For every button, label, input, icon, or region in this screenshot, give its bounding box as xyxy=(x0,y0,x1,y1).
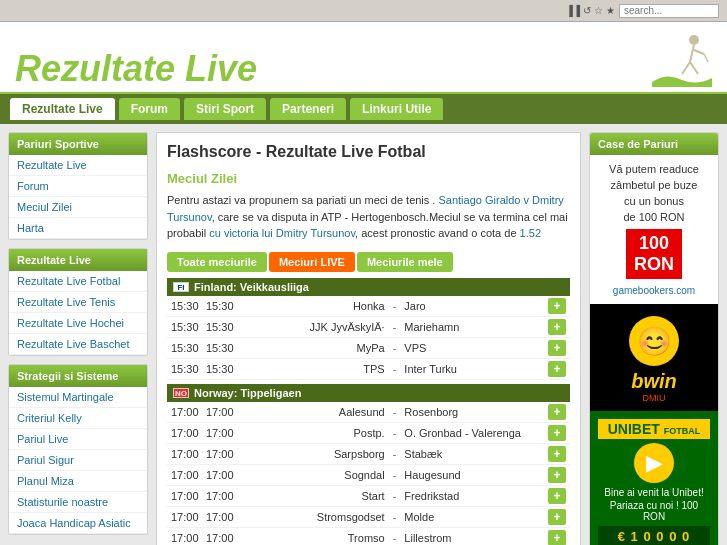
sidebar-section-rezultate-live: Rezultate Live Rezultate Live Fotbal Rez… xyxy=(8,248,148,356)
tab-meciuri-live[interactable]: Meciuri LIVE xyxy=(269,252,355,272)
sidebar-link-tenis[interactable]: Rezultate Live Tenis xyxy=(9,292,147,313)
tab-toate-meciurile[interactable]: Toate meciurile xyxy=(167,252,267,272)
table-row: 17:00 17:00 Tromso - Lillestrom + xyxy=(167,528,570,546)
star-icon[interactable]: ☆ xyxy=(594,5,603,16)
ad-text-3: cu un bonus xyxy=(598,195,710,207)
bwin-sub: DMIU xyxy=(598,393,710,403)
match-away: Fredrikstad xyxy=(404,490,548,502)
sidebar-link-martingale[interactable]: Sistemul Martingale xyxy=(9,387,147,408)
match-home: Postp. xyxy=(241,427,385,439)
match-home: Stromsgodset xyxy=(241,511,385,523)
sidebar-link-rezultate-live[interactable]: Rezultate Live xyxy=(9,155,147,176)
content-box: Flashscore - Rezultate Live Fotbal Meciu… xyxy=(156,132,581,545)
browser-bar: ▐▐ ↺ ☆ ★ xyxy=(0,0,727,22)
match-time: 15:30 xyxy=(171,300,206,312)
ad-unibet[interactable]: UNIBET FOTBAL ▶ Bine ai venit la Unibet!… xyxy=(590,411,718,545)
ad-text-1: Vă putem readuce xyxy=(598,163,710,175)
sidebar-link-fotbal[interactable]: Rezultate Live Fotbal xyxy=(9,271,147,292)
sidebar-link-planul-miza[interactable]: Planul Miza xyxy=(9,471,147,492)
table-row: 17:00 17:00 Sogndal - Haugesund + xyxy=(167,465,570,486)
table-row: 15:30 15:30 Honka - Jaro + xyxy=(167,296,570,317)
nav-item-linkuri-utile[interactable]: Linkuri Utile xyxy=(350,98,443,120)
unibet-smiley-icon: ▶ xyxy=(634,443,674,483)
bookmark-icon[interactable]: ★ xyxy=(606,5,615,16)
match-time2: 15:30 xyxy=(206,300,241,312)
match-time: 15:30 xyxy=(171,321,206,333)
pause-icon[interactable]: ▐▐ xyxy=(566,5,580,16)
match-plus-button[interactable]: + xyxy=(548,361,566,377)
nav-item-forum[interactable]: Forum xyxy=(119,98,180,120)
sidebar-link-forum[interactable]: Forum xyxy=(9,176,147,197)
nav-item-rezultate-live[interactable]: Rezultate Live xyxy=(10,98,115,120)
match-plus-button[interactable]: + xyxy=(548,319,566,335)
match-plus-button[interactable]: + xyxy=(548,446,566,462)
tab-meciurile-mele[interactable]: Meciurile mele xyxy=(357,252,453,272)
table-row: 15:30 15:30 JJK JyvÄskyIÄ· - Mariehamn + xyxy=(167,317,570,338)
match-time2: 17:00 xyxy=(206,490,241,502)
sidebar-link-pariul-live[interactable]: Pariul Live xyxy=(9,429,147,450)
sidebar-link-handicap[interactable]: Joaca Handicap Asiatic xyxy=(9,513,147,534)
bwin-smiley-icon: 😊 xyxy=(629,316,679,366)
sidebar-link-kelly[interactable]: Criteriul Kelly xyxy=(9,408,147,429)
sidebar-link-statisturi[interactable]: Statisturile noastre xyxy=(9,492,147,513)
sidebar-link-meciul-zilei[interactable]: Meciul Zilei xyxy=(9,197,147,218)
table-row: 15:30 15:30 TPS - Inter Turku + xyxy=(167,359,570,380)
sidebar-link-hochei[interactable]: Rezultate Live Hochei xyxy=(9,313,147,334)
browser-icons: ▐▐ ↺ ☆ ★ xyxy=(566,5,615,16)
site-logo: Rezultate Live xyxy=(15,51,257,87)
league-header-finland: FI Finland: Veikkausliiga xyxy=(167,278,570,296)
match-plus-button[interactable]: + xyxy=(548,530,566,546)
svg-line-3 xyxy=(690,62,698,74)
nav-item-parteneri[interactable]: Parteneri xyxy=(270,98,346,120)
player-link-giraldo[interactable]: Santiago Giraldo v Dmitry Tursunov xyxy=(167,194,564,223)
ad-bwin[interactable]: 😊 bwin DMIU xyxy=(590,304,718,411)
meciul-zilei-text: Pentru astazi va propunem sa pariati un … xyxy=(167,192,570,242)
match-teams: Stromsgodset - Molde xyxy=(241,511,548,523)
refresh-icon[interactable]: ↺ xyxy=(583,5,591,16)
sidebar-section-title-pariuri: Pariuri Sportive xyxy=(9,133,147,155)
match-teams: Honka - Jaro xyxy=(241,300,548,312)
ad-gamebookers[interactable]: Vă putem readuce zâmbetul pe buze cu un … xyxy=(590,155,718,304)
match-away: O. Gronbad - Valerenga xyxy=(404,427,548,439)
odds-link[interactable]: 1.52 xyxy=(520,227,541,239)
table-row: 17:00 17:00 Stromsgodset - Molde + xyxy=(167,507,570,528)
sidebar-link-pariul-sigur[interactable]: Pariul Sigur xyxy=(9,450,147,471)
match-time2: 17:00 xyxy=(206,511,241,523)
league-header-norway: NO Norway: Tippeligaen xyxy=(167,384,570,402)
match-plus-button[interactable]: + xyxy=(548,509,566,525)
match-time: 17:00 xyxy=(171,427,206,439)
winner-link[interactable]: cu victoria lui Dmitry Tursunov xyxy=(209,227,355,239)
table-row: 17:00 17:00 Start - Fredrikstad + xyxy=(167,486,570,507)
svg-line-4 xyxy=(694,50,704,54)
right-sidebar: Case de Pariuri Vă putem readuce zâmbetu… xyxy=(589,132,719,545)
match-teams: Tromso - Lillestrom xyxy=(241,532,548,544)
sidebar-link-harta[interactable]: Harta xyxy=(9,218,147,239)
match-plus-button[interactable]: + xyxy=(548,298,566,314)
nav-item-stiri-sport[interactable]: Stiri Sport xyxy=(184,98,266,120)
unibet-text-2: Pariaza cu noi ! 100 RON xyxy=(598,500,710,522)
table-row: 17:00 17:00 Aalesund - Rosenborg + xyxy=(167,402,570,423)
match-time: 15:30 xyxy=(171,363,206,375)
match-away: Jaro xyxy=(404,300,548,312)
right-sidebar-title: Case de Pariuri xyxy=(590,133,718,155)
match-plus-button[interactable]: + xyxy=(548,404,566,420)
unibet-logo: UNIBET FOTBAL xyxy=(598,419,710,439)
match-home: JJK JyvÄskyIÄ· xyxy=(241,321,385,333)
browser-search-input[interactable] xyxy=(619,4,719,18)
match-away: Lillestrom xyxy=(404,532,548,544)
match-plus-button[interactable]: + xyxy=(548,488,566,504)
ron-currency: RON xyxy=(634,254,674,274)
sidebar-link-baschet[interactable]: Rezultate Live Baschet xyxy=(9,334,147,355)
svg-line-2 xyxy=(682,62,690,74)
match-home: Honka xyxy=(241,300,385,312)
match-home: Sarpsborg xyxy=(241,448,385,460)
match-time2: 15:30 xyxy=(206,342,241,354)
match-plus-button[interactable]: + xyxy=(548,425,566,441)
matches-section: FI Finland: Veikkausliiga 15:30 15:30 Ho… xyxy=(167,278,570,546)
match-time2: 17:00 xyxy=(206,406,241,418)
match-plus-button[interactable]: + xyxy=(548,340,566,356)
match-plus-button[interactable]: + xyxy=(548,467,566,483)
match-time2: 17:00 xyxy=(206,532,241,544)
svg-line-1 xyxy=(690,45,694,62)
site-header: Rezultate Live xyxy=(0,22,727,94)
